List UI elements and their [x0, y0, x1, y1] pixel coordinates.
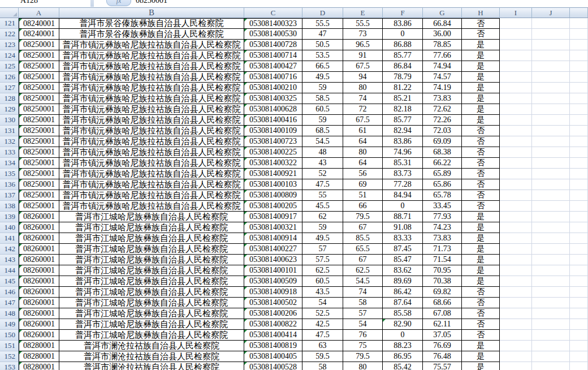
cell-score-3[interactable]: 86.95 [383, 351, 423, 362]
cell-score-3[interactable]: 78.79 [383, 72, 423, 83]
cell-empty-partial[interactable] [570, 244, 588, 255]
cell-score-1[interactable]: 57.5 [302, 255, 343, 265]
cell-score-2[interactable]: 57 [343, 308, 383, 319]
cell-empty-partial[interactable] [570, 147, 588, 158]
cell-empty[interactable] [532, 50, 570, 61]
cell-empty[interactable] [532, 190, 570, 201]
cell-score-1[interactable]: 66.5 [302, 61, 343, 72]
cell-institution[interactable]: 普洱市江城哈尼族彝族自治县人民检察院 [59, 233, 244, 244]
cell-empty[interactable] [532, 169, 570, 179]
cell-empty-partial[interactable] [570, 276, 588, 287]
row-number[interactable]: 141 [0, 233, 19, 244]
cell-score-3[interactable]: 0 [383, 29, 423, 40]
cell-total-score[interactable]: 75.57 [423, 362, 462, 370]
cell-candidate-id[interactable]: 053081400914 [244, 233, 302, 244]
cell-exam-code[interactable]: 08250001 [19, 83, 59, 93]
cell-candidate-id[interactable]: 053081400723 [244, 136, 302, 147]
cell-total-score[interactable]: 77.66 [423, 50, 462, 61]
cell-total-score[interactable]: 66.84 [423, 18, 462, 29]
cell-total-score[interactable]: 69.82 [423, 287, 462, 298]
cell-score-3[interactable]: 82.94 [383, 126, 423, 136]
cell-score-2[interactable]: 55.5 [343, 18, 383, 29]
cell-empty[interactable] [500, 319, 532, 330]
cell-empty[interactable] [500, 29, 532, 40]
cell-total-score[interactable]: 68.38 [423, 147, 462, 158]
cell-score-3[interactable]: 83.73 [383, 169, 423, 179]
cell-empty[interactable] [500, 212, 532, 222]
cell-empty[interactable] [532, 72, 570, 83]
cell-score-2[interactable]: 67.5 [343, 61, 383, 72]
cell-score-3[interactable]: 87.64 [383, 298, 423, 308]
row-number[interactable]: 138 [0, 201, 19, 212]
row-number[interactable]: 144 [0, 265, 19, 276]
cell-score-3[interactable]: 85.77 [383, 115, 423, 126]
cell-score-1[interactable]: 42.5 [302, 319, 343, 330]
cell-score-3[interactable]: 85.31 [383, 158, 423, 169]
cell-qualified-flag[interactable]: 否 [462, 147, 500, 158]
cell-candidate-id[interactable]: 053081400225 [244, 147, 302, 158]
cell-total-score[interactable]: 74.94 [423, 61, 462, 72]
cell-candidate-id[interactable]: 053081400416 [244, 115, 302, 126]
cell-candidate-id[interactable]: 053081400414 [244, 330, 302, 341]
cell-empty[interactable] [532, 287, 570, 298]
row-number[interactable]: 137 [0, 190, 19, 201]
cell-score-1[interactable]: 49.5 [302, 233, 343, 244]
cell-empty[interactable] [500, 330, 532, 341]
cell-exam-code[interactable]: 08250001 [19, 115, 59, 126]
cell-qualified-flag[interactable]: 否 [462, 298, 500, 308]
cell-qualified-flag[interactable]: 是 [462, 265, 500, 276]
cell-institution[interactable]: 普洱市江城哈尼族彝族自治县人民检察院 [59, 222, 244, 233]
cell-empty[interactable] [532, 40, 570, 50]
cell-candidate-id[interactable]: 053081400918 [244, 287, 302, 298]
cell-candidate-id[interactable]: 053081400325 [244, 93, 302, 104]
cell-score-1[interactable]: 52.5 [302, 308, 343, 319]
cell-score-2[interactable]: 67 [343, 255, 383, 265]
cell-empty-partial[interactable] [570, 190, 588, 201]
row-number[interactable]: 150 [0, 330, 19, 341]
cell-total-score[interactable]: 74.19 [423, 83, 462, 93]
cell-empty[interactable] [532, 115, 570, 126]
cell-empty[interactable] [500, 104, 532, 115]
cell-score-1[interactable]: 60.5 [302, 104, 343, 115]
cell-qualified-flag[interactable]: 是 [462, 61, 500, 72]
cell-score-1[interactable]: 59 [302, 222, 343, 233]
cell-score-3[interactable]: 84.94 [383, 190, 423, 201]
cell-exam-code[interactable]: 08250001 [19, 147, 59, 158]
cell-score-2[interactable]: 66 [343, 201, 383, 212]
cell-candidate-id[interactable]: 053081400921 [244, 169, 302, 179]
cell-total-score[interactable]: 69.09 [423, 136, 462, 147]
cell-empty-partial[interactable] [570, 158, 588, 169]
cell-empty[interactable] [532, 255, 570, 265]
row-number[interactable]: 135 [0, 169, 19, 179]
cell-total-score[interactable]: 72.62 [423, 104, 462, 115]
cell-empty-partial[interactable] [570, 83, 588, 93]
cell-qualified-flag[interactable]: 是 [462, 115, 500, 126]
cell-empty-partial[interactable] [570, 222, 588, 233]
cell-empty-partial[interactable] [570, 212, 588, 222]
cell-empty[interactable] [500, 18, 532, 29]
cell-empty-partial[interactable] [570, 104, 588, 115]
row-number[interactable]: 130 [0, 115, 19, 126]
row-number[interactable]: 131 [0, 126, 19, 136]
cell-empty[interactable] [500, 341, 532, 351]
cell-candidate-id[interactable]: 053081400716 [244, 72, 302, 83]
cell-score-2[interactable]: 80 [343, 83, 383, 93]
cell-qualified-flag[interactable]: 是 [462, 255, 500, 265]
cell-score-2[interactable]: 56 [343, 169, 383, 179]
cell-exam-code[interactable]: 08240001 [19, 29, 59, 40]
cell-score-1[interactable]: 52 [302, 169, 343, 179]
cell-qualified-flag[interactable]: 是 [462, 341, 500, 351]
cell-qualified-flag[interactable]: 否 [462, 18, 500, 29]
cell-empty[interactable] [500, 158, 532, 169]
cell-score-1[interactable]: 47 [302, 29, 343, 40]
cell-empty-partial[interactable] [570, 29, 588, 40]
row-number[interactable]: 140 [0, 222, 19, 233]
cell-score-3[interactable]: 86.42 [383, 287, 423, 298]
cell-total-score[interactable]: 71.73 [423, 244, 462, 255]
cell-empty[interactable] [500, 50, 532, 61]
cell-exam-code[interactable]: 08250001 [19, 61, 59, 72]
cell-score-1[interactable]: 47.5 [302, 330, 343, 341]
cell-qualified-flag[interactable]: 是 [462, 93, 500, 104]
cell-empty[interactable] [500, 287, 532, 298]
cell-total-score[interactable]: 72.03 [423, 126, 462, 136]
